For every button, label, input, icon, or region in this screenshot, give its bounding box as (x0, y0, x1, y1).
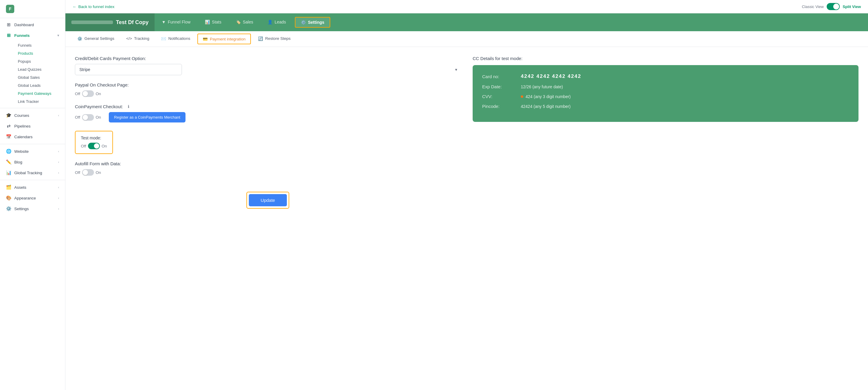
autofill-on-label: On (96, 170, 101, 175)
sidebar-item-label: Dashboard (14, 23, 34, 27)
global-tracking-icon: 📊 (6, 170, 11, 175)
autofill-toggle[interactable] (82, 169, 94, 176)
test-mode-box: Test mode: Off On (75, 131, 113, 154)
stats-label: Stats (212, 20, 221, 24)
sidebar-item-website[interactable]: 🌐 Website ‹ (0, 146, 65, 157)
stripe-select-wrapper: Stripe PayPal Other ▾ (75, 64, 461, 75)
sidebar-item-dashboard[interactable]: ⊞ Dashboard (0, 19, 65, 30)
chevron-left-icon: ‹ (58, 185, 59, 189)
back-to-funnel-link[interactable]: ← Back to funnel index (72, 4, 115, 9)
topbar: ← Back to funnel index Classic View Spli… (65, 0, 868, 13)
funnel-nav-funnel-flow[interactable]: ▼ Funnel Flow (155, 13, 198, 31)
sidebar-subitem-payment-gateways[interactable]: Payment Gateways (14, 89, 65, 97)
tab-general-settings[interactable]: ⚙️ General Settings (71, 31, 120, 47)
autofill-off-label: Off (75, 170, 80, 175)
paypal-toggle-row: Off On (75, 90, 461, 97)
website-icon: 🌐 (6, 149, 11, 154)
sidebar-subitem-popups[interactable]: Popups (14, 57, 65, 65)
coinpayment-toggle-row: Off On (75, 114, 101, 121)
test-mode-section: Test mode: Off On (75, 129, 461, 154)
info-icon[interactable]: ℹ (128, 104, 129, 109)
content-grid: Credit/Debit Cards Payment Option: Strip… (75, 56, 859, 209)
funnel-nav-leads[interactable]: 👤 Leads (260, 13, 293, 31)
tab-label: Restore Steps (265, 36, 291, 41)
dashboard-icon: ⊞ (6, 22, 11, 27)
sales-label: Sales (243, 20, 253, 24)
cc-exp-date-label: Exp Date: (482, 84, 521, 89)
divider-1 (0, 108, 65, 108)
paypal-toggle[interactable] (82, 90, 94, 97)
sidebar-subitem-funnels[interactable]: Funnels (14, 41, 65, 49)
pipelines-icon: ⇄ (6, 123, 11, 129)
toggle-thumb (94, 143, 99, 149)
coinpayment-section: CoinPayment Checkout: ℹ Off On Register … (75, 104, 461, 122)
leads-icon: 👤 (268, 20, 273, 24)
sidebar-nav: ⊞ Dashboard ⊞ Funnels ▾ Funnels Products… (0, 18, 65, 215)
cc-cvv-row: CVV: 424 (any 3 digit number) (482, 94, 849, 99)
view-toggle-switch[interactable] (827, 3, 840, 10)
funnel-name: Test Df Copy (116, 19, 149, 26)
card-payment-select[interactable]: Stripe PayPal Other (75, 64, 182, 75)
blog-icon: ✏️ (6, 159, 11, 165)
update-btn-wrapper: Update (246, 192, 289, 209)
toggle-thumb (83, 115, 88, 120)
sidebar-subitem-lead-quizzes[interactable]: Lead Quizzes (14, 65, 65, 73)
autofill-label: Autofill Form with Data: (75, 161, 461, 166)
funnel-flow-label: Funnel Flow (168, 20, 190, 24)
sidebar-item-label: Courses (14, 113, 29, 118)
cc-exp-date-value: 12/26 (any future date) (521, 84, 563, 89)
funnel-name-blurred (71, 21, 113, 24)
card-payment-label: Credit/Debit Cards Payment Option: (75, 56, 461, 61)
cc-exp-date-row: Exp Date: 12/26 (any future date) (482, 84, 849, 89)
page-content: Credit/Debit Cards Payment Option: Strip… (65, 47, 868, 390)
tab-payment-integration[interactable]: 💳 Payment integration (197, 34, 251, 44)
credit-card-icon: 💳 (203, 36, 208, 41)
payment-form: Credit/Debit Cards Payment Option: Strip… (75, 56, 461, 209)
sidebar-item-appearance[interactable]: 🎨 Appearance ‹ (0, 192, 65, 203)
sidebar-item-calendars[interactable]: 📅 Calendars (0, 131, 65, 142)
sidebar-item-label: Funnels (14, 33, 30, 38)
sidebar-item-label: Website (14, 149, 29, 154)
sidebar-item-settings[interactable]: ⚙️ Settings ‹ (0, 203, 65, 214)
funnel-nav-stats[interactable]: 📊 Stats (198, 13, 228, 31)
test-mode-off-label: Off (81, 144, 86, 148)
cc-cvv-label: CVV: (482, 94, 521, 99)
coinpayment-toggle[interactable] (82, 114, 94, 121)
test-mode-label: Test mode: (81, 136, 107, 140)
sidebar-item-assets[interactable]: 🗂️ Assets ‹ (0, 182, 65, 192)
arrow-left-icon: ← (72, 4, 77, 9)
cc-details-box: Card no: 4242 4242 4242 4242 Exp Date: 1… (473, 65, 859, 122)
tab-label: Payment integration (210, 37, 246, 41)
sidebar-subitem-global-leads[interactable]: Global Leads (14, 82, 65, 89)
sidebar-item-funnels[interactable]: ⊞ Funnels ▾ (0, 30, 65, 41)
funnel-nav-sales[interactable]: 🏷️ Sales (228, 13, 260, 31)
funnel-nav-settings[interactable]: ⚙️ Settings (295, 17, 330, 28)
sidebar-subitem-link-tracker[interactable]: Link Tracker (14, 97, 65, 106)
register-coinpayments-button[interactable]: Register as a CoinPayments Merchant (109, 112, 186, 122)
update-button[interactable]: Update (249, 194, 287, 206)
test-mode-toggle[interactable] (88, 143, 100, 149)
sidebar-item-label: Global Tracking (14, 171, 42, 175)
settings-nav-label: Settings (308, 20, 324, 25)
tab-notifications[interactable]: ✉️ Notifications (155, 31, 196, 47)
chevron-left-icon: ‹ (58, 114, 59, 117)
code-icon: </> (126, 36, 132, 41)
sidebar-logo: F (0, 0, 65, 18)
sidebar-item-blog[interactable]: ✏️ Blog ‹ (0, 157, 65, 167)
cc-details-section: CC Details for test mode: Card no: 4242 … (473, 56, 859, 122)
tab-tracking[interactable]: </> Tracking (120, 31, 155, 47)
gear-icon: ⚙️ (77, 36, 82, 41)
sidebar-item-global-tracking[interactable]: 📊 Global Tracking ‹ (0, 167, 65, 178)
sidebar-item-courses[interactable]: 🎓 Courses ‹ (0, 110, 65, 121)
sidebar-item-pipelines[interactable]: ⇄ Pipelines (0, 121, 65, 131)
sidebar-subitem-global-sales[interactable]: Global Sales (14, 73, 65, 82)
chevron-left-icon: ‹ (58, 150, 59, 153)
card-payment-section: Credit/Debit Cards Payment Option: Strip… (75, 56, 461, 75)
funnel-flow-icon: ▼ (162, 20, 166, 24)
chevron-left-icon: ‹ (58, 207, 59, 210)
chevron-left-icon: ‹ (58, 196, 59, 200)
sidebar-item-label: Calendars (14, 134, 33, 139)
divider-2 (0, 144, 65, 144)
sidebar-subitem-products[interactable]: Products (14, 49, 65, 57)
tab-restore-steps[interactable]: 🔄 Restore Steps (252, 31, 297, 47)
